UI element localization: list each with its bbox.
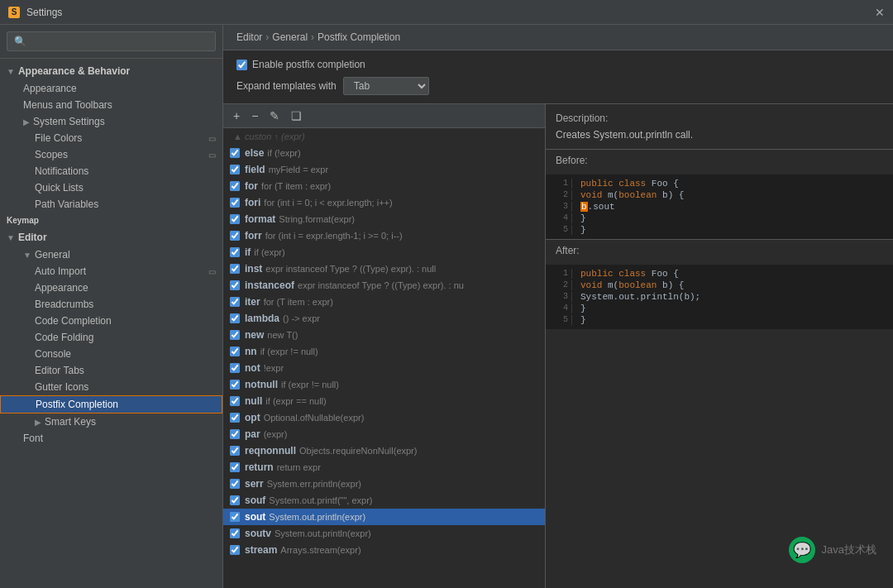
list-item-sout[interactable]: sout System.out.println(expr) bbox=[223, 509, 545, 525]
item-checkbox[interactable] bbox=[230, 347, 240, 356]
sidebar-item-path-variables[interactable]: Path Variables bbox=[0, 196, 222, 213]
item-checkbox[interactable] bbox=[230, 545, 240, 555]
list-item-serr[interactable]: serr System.err.println(expr) bbox=[223, 476, 545, 492]
expand-dropdown[interactable]: Tab Enter Tab or Enter bbox=[343, 77, 429, 95]
item-checkbox[interactable] bbox=[230, 396, 240, 406]
item-checkbox[interactable] bbox=[230, 446, 240, 456]
sidebar-item-system-settings[interactable]: ▶ System Settings bbox=[0, 113, 222, 130]
main-container: ▼ Appearance & Behavior Appearance Menus… bbox=[0, 25, 893, 588]
sidebar-item-menus[interactable]: Menus and Toolbars bbox=[0, 97, 222, 113]
list-item-else[interactable]: else if (!expr) bbox=[223, 145, 545, 161]
content-area: Editor › General › Postfix Completion En… bbox=[223, 25, 893, 588]
code-line: 5 } bbox=[552, 224, 886, 236]
sidebar-item-appearance-sub[interactable]: Appearance bbox=[0, 280, 222, 296]
sidebar-item-code-completion[interactable]: Code Completion bbox=[0, 313, 222, 329]
item-checkbox[interactable] bbox=[230, 363, 240, 373]
add-button[interactable]: + bbox=[230, 108, 243, 124]
list-item-instanceof[interactable]: instanceof expr instanceof Type ? ((Type… bbox=[223, 277, 545, 294]
close-button[interactable]: ✕ bbox=[875, 6, 885, 19]
list-item-if[interactable]: if if (expr) bbox=[223, 244, 545, 261]
sidebar-item-keymap[interactable]: Keymap bbox=[0, 213, 222, 228]
item-checkbox[interactable] bbox=[230, 280, 240, 290]
enable-checkbox[interactable] bbox=[236, 60, 247, 70]
item-checkbox[interactable] bbox=[230, 247, 240, 257]
list-item-for[interactable]: for for (T item : expr) bbox=[223, 178, 545, 194]
list-item-soutv[interactable]: soutv System.out.println(expr) bbox=[223, 525, 545, 542]
sidebar-item-code-folding[interactable]: Code Folding bbox=[0, 329, 222, 346]
list-item-new[interactable]: new new T() bbox=[223, 327, 545, 343]
search-input[interactable] bbox=[7, 31, 216, 51]
list-item[interactable]: ▲ custon ↑ (expr) bbox=[223, 128, 545, 145]
group-editor[interactable]: ▼ Editor bbox=[0, 228, 222, 246]
list-panel: + − ✎ ❏ ▲ custon ↑ (expr) else if (!expr… bbox=[223, 104, 546, 588]
sidebar-item-quick-lists[interactable]: Quick Lists bbox=[0, 179, 222, 196]
top-controls: Enable postfix completion Expand templat… bbox=[223, 50, 893, 104]
list-item-lambda[interactable]: lambda () -> expr bbox=[223, 310, 545, 327]
watermark: 💬 Java技术栈 bbox=[789, 537, 876, 563]
list-item-forr[interactable]: forr for (int i = expr.length-1; i >= 0;… bbox=[223, 227, 545, 244]
arrow-icon: ▼ bbox=[23, 251, 31, 260]
sidebar-item-console[interactable]: Console bbox=[0, 346, 222, 362]
list-item-not[interactable]: not !expr bbox=[223, 360, 545, 376]
group-appearance-behavior[interactable]: ▼ Appearance & Behavior bbox=[0, 62, 222, 80]
list-item-fori[interactable]: fori for (int i = 0; i < expr.length; i+… bbox=[223, 194, 545, 211]
sidebar-item-breadcrumbs[interactable]: Breadcrumbs bbox=[0, 296, 222, 313]
item-checkbox[interactable] bbox=[230, 264, 240, 274]
sidebar-item-general[interactable]: ▼ General bbox=[0, 246, 222, 263]
list-item-opt[interactable]: opt Optional.ofNullable(expr) bbox=[223, 409, 545, 426]
item-checkbox[interactable] bbox=[230, 528, 240, 538]
arrow-icon: Keymap bbox=[7, 216, 39, 225]
copy-button[interactable]: ❏ bbox=[288, 108, 305, 124]
item-checkbox[interactable] bbox=[230, 297, 240, 307]
item-checkbox[interactable] bbox=[230, 198, 240, 208]
list-item-inst[interactable]: inst expr instanceof Type ? ((Type) expr… bbox=[223, 261, 545, 277]
breadcrumb-general: General bbox=[272, 31, 308, 43]
list-item-iter[interactable]: iter for (T item : expr) bbox=[223, 294, 545, 310]
sidebar-item-auto-import[interactable]: Auto Import ▭ bbox=[0, 263, 222, 280]
item-checkbox[interactable] bbox=[230, 429, 240, 439]
sidebar-item-file-colors[interactable]: File Colors ▭ bbox=[0, 130, 222, 146]
sidebar-item-gutter-icons[interactable]: Gutter Icons bbox=[0, 379, 222, 395]
sidebar-item-appearance[interactable]: Appearance bbox=[0, 80, 222, 97]
item-checkbox[interactable] bbox=[230, 479, 240, 489]
list-item-nn[interactable]: nn if (expr != null) bbox=[223, 343, 545, 360]
enable-row: Enable postfix completion bbox=[236, 59, 880, 70]
list-item-reqnonnull[interactable]: reqnonnull Objects.requireNonNull(expr) bbox=[223, 442, 545, 459]
sidebar-item-scopes[interactable]: Scopes ▭ bbox=[0, 146, 222, 163]
list-item-null[interactable]: null if (expr == null) bbox=[223, 393, 545, 409]
before-code: 1 public class Foo { 2 void m(boolean b)… bbox=[546, 174, 893, 239]
list-item-format[interactable]: format String.format(expr) bbox=[223, 211, 545, 227]
remove-button[interactable]: − bbox=[248, 108, 261, 124]
titlebar: S Settings ✕ bbox=[0, 0, 893, 25]
list-item-par[interactable]: par (expr) bbox=[223, 426, 545, 442]
item-checkbox[interactable] bbox=[230, 231, 240, 241]
code-line: 2 void m(boolean b) { bbox=[552, 189, 886, 201]
sidebar-item-smart-keys[interactable]: ▶ Smart Keys bbox=[0, 414, 222, 430]
before-label: Before: bbox=[546, 150, 893, 170]
item-checkbox[interactable] bbox=[230, 380, 240, 390]
item-checkbox[interactable] bbox=[230, 313, 240, 323]
item-checkbox[interactable] bbox=[230, 495, 240, 505]
sidebar-item-font[interactable]: Font bbox=[0, 430, 222, 447]
item-checkbox[interactable] bbox=[230, 148, 240, 158]
list-content: ▲ custon ↑ (expr) else if (!expr) field … bbox=[223, 128, 545, 588]
sidebar-item-notifications[interactable]: Notifications bbox=[0, 163, 222, 179]
list-item-souf[interactable]: souf System.out.printf("", expr) bbox=[223, 492, 545, 509]
item-checkbox[interactable] bbox=[230, 330, 240, 340]
edit-button[interactable]: ✎ bbox=[266, 108, 283, 124]
file-colors-icon: ▭ bbox=[208, 134, 216, 143]
item-checkbox[interactable] bbox=[230, 214, 240, 224]
list-item-stream[interactable]: stream Arrays.stream(expr) bbox=[223, 542, 545, 558]
sidebar-item-postfix-completion[interactable]: Postfix Completion bbox=[0, 395, 222, 414]
list-item-notnull[interactable]: notnull if (expr != null) bbox=[223, 376, 545, 393]
before-section: Before: 1 public class Foo { 2 void m(bo… bbox=[546, 150, 893, 240]
item-checkbox[interactable] bbox=[230, 413, 240, 423]
item-checkbox[interactable] bbox=[230, 165, 240, 174]
item-checkbox[interactable] bbox=[230, 512, 240, 522]
item-checkbox[interactable] bbox=[230, 181, 240, 191]
list-item-return[interactable]: return return expr bbox=[223, 459, 545, 476]
sidebar-item-editor-tabs[interactable]: Editor Tabs bbox=[0, 362, 222, 379]
list-item-field[interactable]: field myField = expr bbox=[223, 161, 545, 178]
after-section: After: 1 public class Foo { 2 void m(boo… bbox=[546, 240, 893, 329]
item-checkbox[interactable] bbox=[230, 462, 240, 472]
